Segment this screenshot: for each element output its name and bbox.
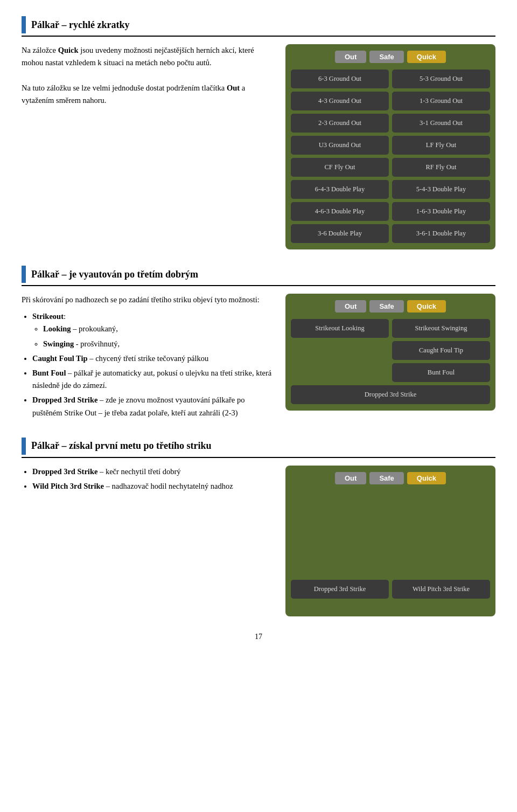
tab-safe-3[interactable]: Safe bbox=[369, 472, 403, 484]
panel2-tabs: Out Safe Quick bbox=[291, 300, 490, 313]
btn-empty-1 bbox=[291, 341, 389, 360]
section2-text: Při skórování po nadhozech se po zadání … bbox=[22, 294, 275, 421]
section1-title: Pálkař – rychlé zkratky bbox=[31, 19, 129, 31]
page-number: 17 bbox=[22, 633, 495, 641]
btn-5-3-ground-out[interactable]: 5-3 Ground Out bbox=[392, 70, 490, 88]
panel2: Out Safe Quick Strikeout Looking Strikeo… bbox=[285, 294, 495, 411]
section1-para1: Na záložce Quick jsou uvedeny možnosti n… bbox=[22, 44, 275, 69]
tab-out-1[interactable]: Out bbox=[335, 51, 366, 63]
section2-item-strikeout: Strikeout: Looking – prokoukaný, Swingin… bbox=[32, 310, 275, 350]
section1: Pálkař – rychlé zkratky Na záložce Quick… bbox=[22, 16, 495, 249]
section2-item-looking: Looking – prokoukaný, bbox=[43, 323, 275, 335]
btn-cf-fly-out[interactable]: CF Fly Out bbox=[291, 158, 389, 177]
section2-header: Pálkař – je vyautován po třetím dobrým bbox=[22, 266, 495, 286]
tab-safe-1[interactable]: Safe bbox=[369, 51, 403, 63]
btn-6-3-ground-out[interactable]: 6-3 Ground Out bbox=[291, 70, 389, 88]
btn-rf-fly-out[interactable]: RF Fly Out bbox=[392, 158, 490, 177]
tab-out-3[interactable]: Out bbox=[335, 472, 366, 484]
panel1-tabs: Out Safe Quick bbox=[291, 51, 490, 63]
section2-item-dropped-3rd: Dropped 3rd Strike – zde je znovu možnos… bbox=[32, 394, 275, 419]
section3-item-wild-pitch: Wild Pitch 3rd Strike – nadhazovač hodil… bbox=[32, 480, 275, 492]
panel2-row2: Caught Foul Tip bbox=[291, 341, 490, 360]
panel2-row3: Bunt Foul bbox=[291, 363, 490, 382]
btn-2-3-ground-out[interactable]: 2-3 Ground Out bbox=[291, 114, 389, 133]
section2-sublist: Looking – prokoukaný, Swinging - prošvih… bbox=[43, 323, 275, 350]
tab-out-2[interactable]: Out bbox=[335, 300, 366, 313]
section2-list: Strikeout: Looking – prokoukaný, Swingin… bbox=[32, 310, 275, 419]
tab-quick-1[interactable]: Quick bbox=[407, 51, 446, 63]
panel2-row4: Dropped 3rd Strike bbox=[291, 385, 490, 404]
section2-body: Při skórování po nadhozech se po zadání … bbox=[22, 294, 495, 421]
panel1-grid: 6-3 Ground Out 5-3 Ground Out 4-3 Ground… bbox=[291, 70, 490, 243]
btn-strikeout-looking[interactable]: Strikeout Looking bbox=[291, 319, 389, 338]
btn-caught-foul-tip[interactable]: Caught Foul Tip bbox=[392, 341, 490, 360]
panel3-row1: Dropped 3rd Strike Wild Pitch 3rd Strike bbox=[291, 580, 490, 599]
panel3: Out Safe Quick Dropped 3rd Strike Wild P… bbox=[285, 466, 495, 616]
panel2-row1: Strikeout Looking Strikeout Swinging bbox=[291, 319, 490, 338]
btn-empty-2 bbox=[291, 363, 389, 382]
btn-3-1-ground-out[interactable]: 3-1 Ground Out bbox=[392, 114, 490, 133]
tab-safe-2[interactable]: Safe bbox=[369, 300, 403, 313]
section1-body: Na záložce Quick jsou uvedeny možnosti n… bbox=[22, 44, 495, 249]
btn-u3-ground-out[interactable]: U3 Ground Out bbox=[291, 136, 389, 155]
btn-wild-pitch-3rd[interactable]: Wild Pitch 3rd Strike bbox=[392, 580, 490, 599]
btn-3-6-1-dp[interactable]: 3-6-1 Double Play bbox=[392, 224, 490, 243]
btn-5-4-3-dp[interactable]: 5-4-3 Double Play bbox=[392, 180, 490, 199]
section2-item-caught-foul-tip: Caught Foul Tip – chycený třetí strike t… bbox=[32, 352, 275, 365]
section2: Pálkař – je vyautován po třetím dobrým P… bbox=[22, 266, 495, 421]
section1-header: Pálkař – rychlé zkratky bbox=[22, 16, 495, 37]
section2-item-bunt-foul: Bunt Foul – pálkař je automaticky aut, p… bbox=[32, 367, 275, 392]
section1-para2: Na tuto záložku se lze velmi jednoduše d… bbox=[22, 82, 275, 107]
page: Pálkař – rychlé zkratky Na záložce Quick… bbox=[0, 0, 517, 663]
tab-quick-3[interactable]: Quick bbox=[407, 472, 446, 484]
section2-intro: Při skórování po nadhozech se po zadání … bbox=[22, 294, 275, 306]
section3-panel: Out Safe Quick Dropped 3rd Strike Wild P… bbox=[285, 466, 495, 616]
btn-dropped-3rd-3[interactable]: Dropped 3rd Strike bbox=[291, 580, 389, 599]
section3-title: Pálkař – získal první metu po třetího st… bbox=[31, 440, 212, 452]
btn-1-6-3-dp[interactable]: 1-6-3 Double Play bbox=[392, 202, 490, 221]
section3-header: Pálkař – získal první metu po třetího st… bbox=[22, 438, 495, 458]
btn-dropped-3rd-2[interactable]: Dropped 3rd Strike bbox=[291, 385, 490, 404]
section2-title: Pálkař – je vyautován po třetím dobrým bbox=[31, 269, 198, 280]
section3-accent bbox=[22, 438, 26, 455]
btn-4-6-3-dp[interactable]: 4-6-3 Double Play bbox=[291, 202, 389, 221]
section2-accent bbox=[22, 266, 26, 283]
panel3-content: Dropped 3rd Strike Wild Pitch 3rd Strike bbox=[291, 491, 490, 599]
section2-item-swinging: Swinging - prošvihnutý, bbox=[43, 338, 275, 350]
tab-quick-2[interactable]: Quick bbox=[407, 300, 446, 313]
btn-strikeout-swinging[interactable]: Strikeout Swinging bbox=[392, 319, 490, 338]
btn-3-6-dp[interactable]: 3-6 Double Play bbox=[291, 224, 389, 243]
btn-bunt-foul[interactable]: Bunt Foul bbox=[392, 363, 490, 382]
section1-text: Na záložce Quick jsou uvedeny možnosti n… bbox=[22, 44, 275, 249]
section1-accent bbox=[22, 16, 26, 33]
panel1: Out Safe Quick 6-3 Ground Out 5-3 Ground… bbox=[285, 44, 495, 249]
section2-panel: Out Safe Quick Strikeout Looking Strikeo… bbox=[285, 294, 495, 421]
section3-body: Dropped 3rd Strike – kečr nechytil třetí… bbox=[22, 466, 495, 616]
btn-lf-fly-out[interactable]: LF Fly Out bbox=[392, 136, 490, 155]
section1-panel: Out Safe Quick 6-3 Ground Out 5-3 Ground… bbox=[285, 44, 495, 249]
btn-1-3-ground-out[interactable]: 1-3 Ground Out bbox=[392, 92, 490, 110]
section3-item-dropped: Dropped 3rd Strike – kečr nechytil třetí… bbox=[32, 466, 275, 478]
section3-text: Dropped 3rd Strike – kečr nechytil třetí… bbox=[22, 466, 275, 616]
btn-4-3-ground-out[interactable]: 4-3 Ground Out bbox=[291, 92, 389, 110]
section3-list: Dropped 3rd Strike – kečr nechytil třetí… bbox=[32, 466, 275, 492]
btn-6-4-3-dp[interactable]: 6-4-3 Double Play bbox=[291, 180, 389, 199]
section3: Pálkař – získal první metu po třetího st… bbox=[22, 438, 495, 616]
panel3-tabs: Out Safe Quick bbox=[291, 472, 490, 484]
